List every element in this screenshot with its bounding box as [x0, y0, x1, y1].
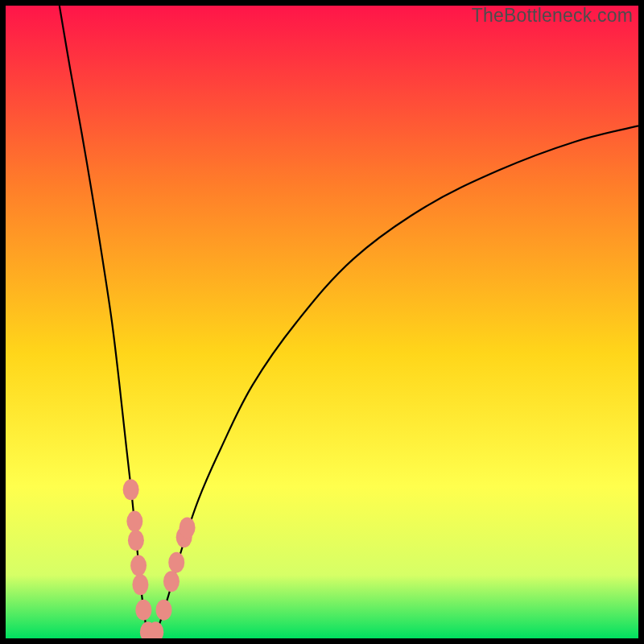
- marker-point: [168, 552, 184, 573]
- marker-point: [130, 555, 147, 576]
- marker-point: [163, 571, 180, 592]
- marker-point: [135, 600, 151, 621]
- marker-point: [180, 517, 196, 538]
- bottleneck-chart: [6, 6, 638, 638]
- marker-point: [132, 574, 148, 595]
- marker-point: [123, 479, 139, 500]
- watermark-text: TheBottleneck.com: [472, 5, 633, 27]
- marker-point: [128, 530, 144, 551]
- plot-area: [6, 6, 638, 638]
- marker-point: [156, 600, 172, 621]
- gradient-background: [6, 6, 638, 638]
- marker-point: [126, 511, 142, 532]
- outer-frame: TheBottleneck.com: [0, 0, 644, 644]
